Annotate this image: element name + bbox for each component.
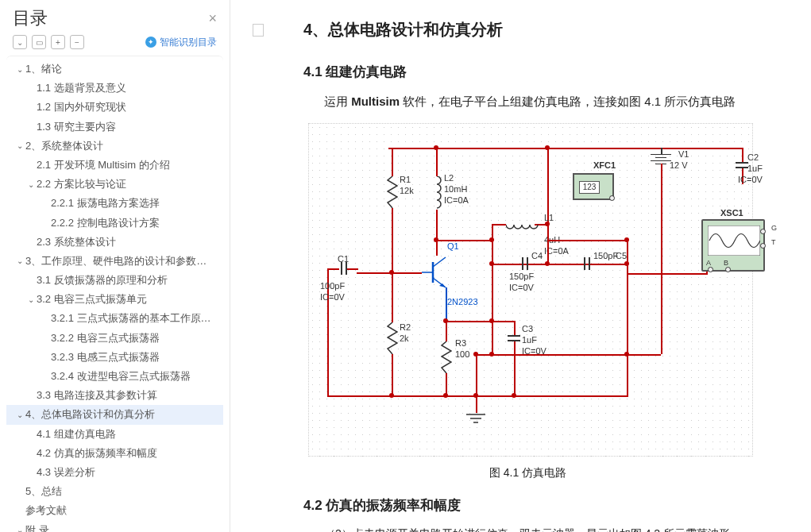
- document-body: 4、总体电路设计和仿真分析 4.1 组建仿真电路 运用 Multisim 软件，…: [243, 0, 798, 532]
- expand-icon[interactable]: +: [51, 35, 65, 49]
- paragraph-intro: 运用 Multisim 软件，在电子平台上组建仿真电路，连接如图 4.1 所示仿…: [324, 91, 776, 112]
- toc-item-label: 4.1 组建仿真电路: [37, 427, 116, 441]
- toc-item[interactable]: ›2.2.2 控制电路设计方案: [6, 214, 223, 233]
- toc-item[interactable]: ›参考文献: [6, 501, 223, 520]
- chevron-down-icon[interactable]: ⌄: [14, 256, 25, 265]
- label-l2: L2: [444, 173, 454, 183]
- toc-item[interactable]: ›1.1 选题背景及意义: [6, 79, 223, 98]
- chevron-down-icon[interactable]: ⌄: [14, 141, 25, 150]
- heading-section-4-2: 4.2 仿真的振荡频率和幅度: [303, 496, 776, 515]
- toc-tree[interactable]: ⌄1、绪论›1.1 选题背景及意义›1.2 国内外研究现状›1.3 研究主要内容…: [6, 56, 223, 532]
- collapse-all-icon[interactable]: ⌄: [13, 35, 27, 49]
- toc-item[interactable]: ›4.3 误差分析: [6, 463, 223, 482]
- toc-item-label: 1、绪论: [25, 62, 62, 76]
- paragraph-step2: （2）点击电源开关电路开始进行仿真，双击示波器，显示出如图 4.2 所示震荡波形…: [324, 524, 776, 532]
- circuit-figure: V1 12 V C2 1uF IC=0V R1 12k L2 10mH IC=0…: [308, 123, 753, 457]
- toc-item[interactable]: ›1.3 研究主要内容: [6, 118, 223, 137]
- smart-dot-icon: ✦: [145, 37, 156, 48]
- instrument-xsc1: A B: [701, 219, 765, 272]
- label-c5: C5: [616, 251, 627, 260]
- label-xfc1: XFC1: [593, 160, 616, 170]
- label-c3: C3: [522, 324, 533, 333]
- instrument-xfc1: 123: [573, 173, 614, 200]
- toc-item-label: 2.3 系统整体设计: [37, 235, 116, 249]
- chevron-down-icon[interactable]: ⌄: [14, 411, 25, 419]
- sidebar-header: 目录 ×: [0, 0, 230, 35]
- label-r1: R1: [400, 175, 411, 184]
- toc-item-label: 3.2.3 电感三点式振荡器: [51, 350, 160, 364]
- toc-item[interactable]: ⌄1、绪论: [6, 60, 223, 79]
- page-icon: [253, 24, 264, 37]
- label-c4: C4: [531, 251, 543, 260]
- label-q1: Q1: [447, 241, 459, 251]
- smart-recognize-toc[interactable]: ✦ 智能识别目录: [145, 36, 217, 49]
- shrink-icon[interactable]: −: [70, 35, 84, 49]
- label-v1: V1: [678, 149, 689, 159]
- toc-item-label: 3.2 电容三点式振荡单元: [37, 292, 147, 306]
- chevron-down-icon[interactable]: ⌄: [25, 295, 37, 304]
- toc-item-label: 2.2.2 控制电路设计方案: [51, 216, 160, 230]
- document-viewport[interactable]: 4、总体电路设计和仿真分析 4.1 组建仿真电路 运用 Multisim 软件，…: [230, 0, 811, 532]
- toc-item-label: 4、总体电路设计和仿真分析: [25, 407, 155, 422]
- toc-item-label: 1.1 选题背景及意义: [37, 81, 126, 95]
- toc-item[interactable]: ⌄4、总体电路设计和仿真分析: [6, 405, 223, 424]
- figure-caption: 图 4.1 仿真电路: [280, 466, 776, 480]
- chevron-down-icon[interactable]: ⌄: [25, 180, 37, 189]
- toc-item[interactable]: ⌄2、系统整体设计: [6, 137, 223, 156]
- toc-sidebar: 目录 × ⌄ ▭ + − ✦ 智能识别目录 ⌄1、绪论›1.1 选题背景及意义›…: [0, 0, 230, 532]
- svg-line-2: [433, 257, 446, 267]
- toc-item-label: 2.1 开发环境 Multisim 的介绍: [37, 158, 170, 172]
- label-r2: R2: [400, 322, 411, 332]
- toc-item-label: 参考文献: [25, 503, 67, 518]
- toc-item-label: 3.2.2 电容三点式振荡器: [51, 331, 160, 345]
- toc-item-label: 1.2 国内外研究现状: [37, 100, 126, 114]
- label-l1: L1: [544, 213, 554, 222]
- toc-item[interactable]: ›3.3 电路连接及其参数计算: [6, 386, 223, 405]
- toc-item[interactable]: ›3.2.3 电感三点式振荡器: [6, 348, 223, 367]
- chevron-down-icon[interactable]: ⌄: [14, 65, 25, 74]
- label-c1: C1: [338, 254, 349, 264]
- toc-item[interactable]: ⌄2.2 方案比较与论证: [6, 175, 223, 194]
- toc-item[interactable]: ⌄3.2 电容三点式振荡单元: [6, 290, 223, 309]
- sidebar-toolbar: ⌄ ▭ + − ✦ 智能识别目录: [0, 35, 230, 56]
- toc-item-label: 2.2.1 振荡电路方案选择: [51, 196, 160, 210]
- chevron-down-icon[interactable]: ⌄: [14, 526, 25, 532]
- toc-item-label: 3.3 电路连接及其参数计算: [37, 388, 157, 403]
- toc-item-label: 1.3 研究主要内容: [37, 120, 116, 134]
- toc-item-label: 4.3 误差分析: [37, 465, 95, 480]
- sidebar-title: 目录: [13, 6, 48, 30]
- toc-item[interactable]: ›3.1 反馈振荡器的原理和分析: [6, 271, 223, 290]
- toc-item-label: 附 录: [25, 523, 49, 533]
- toc-item[interactable]: ⌄3、工作原理、硬件电路的设计和参数的…: [6, 252, 223, 271]
- heading-section-4-1: 4.1 组建仿真电路: [303, 63, 776, 81]
- toc-item[interactable]: ›2.3 系统整体设计: [6, 233, 223, 252]
- toc-item[interactable]: ›4.1 组建仿真电路: [6, 425, 223, 444]
- toc-item[interactable]: ›1.2 国内外研究现状: [6, 98, 223, 117]
- toc-item[interactable]: ›5、总结: [6, 482, 223, 501]
- toc-item[interactable]: ›3.2.2 电容三点式振荡器: [6, 329, 223, 348]
- toc-item[interactable]: ›2.2.1 振荡电路方案选择: [6, 194, 223, 213]
- toc-item[interactable]: ›3.2.1 三点式振荡器的基本工作原…: [6, 309, 223, 328]
- layout-icon[interactable]: ▭: [32, 35, 46, 49]
- toc-item-label: 3.2.1 三点式振荡器的基本工作原…: [51, 311, 211, 326]
- label-xsc1: XSC1: [720, 208, 743, 218]
- toc-item-label: 2、系统整体设计: [25, 139, 103, 153]
- toc-item-label: 5、总结: [25, 484, 62, 499]
- toc-item-label: 4.2 仿真的振荡频率和幅度: [37, 446, 157, 461]
- close-icon[interactable]: ×: [208, 10, 217, 27]
- toc-item-label: 3.2.4 改进型电容三点式振荡器: [51, 369, 191, 384]
- heading-chapter: 4、总体电路设计和仿真分析: [303, 19, 776, 40]
- toc-item[interactable]: ›4.2 仿真的振荡频率和幅度: [6, 444, 223, 463]
- toc-item-label: 3、工作原理、硬件电路的设计和参数的…: [25, 254, 217, 268]
- label-r3: R3: [455, 338, 466, 348]
- svg-rect-8: [708, 226, 760, 256]
- toc-item-label: 3.1 反馈振荡器的原理和分析: [37, 273, 168, 287]
- toc-item-label: 2.2 方案比较与论证: [37, 177, 126, 191]
- label-c2: C2: [747, 152, 759, 162]
- toc-item[interactable]: ›2.1 开发环境 Multisim 的介绍: [6, 156, 223, 175]
- toc-item[interactable]: ⌄附 录: [6, 521, 223, 533]
- toc-item[interactable]: ›3.2.4 改进型电容三点式振荡器: [6, 367, 223, 386]
